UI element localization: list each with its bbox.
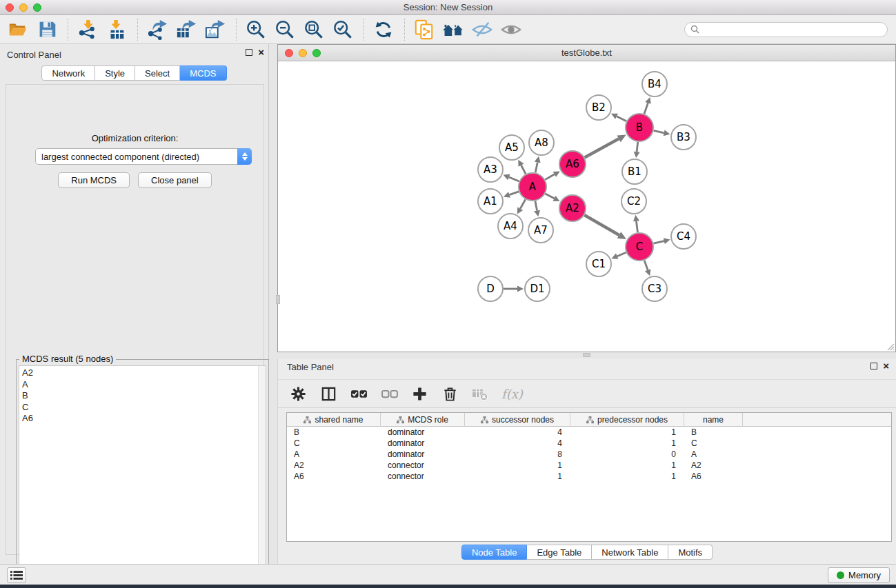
graph-node-A4[interactable]: A4 [498, 214, 523, 239]
apply-function-button[interactable]: f(x) [501, 385, 523, 403]
float-panel-icon[interactable] [246, 49, 252, 56]
graph-node-A[interactable]: A [519, 173, 546, 201]
table-row[interactable]: Adominator80A [287, 449, 891, 460]
graph-edge-A6-B[interactable] [585, 139, 619, 157]
tab-network-table[interactable]: Network Table [592, 545, 668, 560]
network-window-titlebar[interactable]: testGlobe.txt [278, 45, 895, 61]
table-cell[interactable]: B [684, 427, 743, 438]
column-header-shared-name[interactable]: shared name [287, 413, 381, 427]
save-session-button[interactable] [34, 17, 59, 42]
graph-edge-B-B1[interactable] [637, 142, 638, 152]
table-cell[interactable]: 4 [465, 438, 570, 449]
table-cell[interactable]: 1 [570, 438, 684, 449]
export-image-button[interactable] [203, 17, 228, 42]
column-header-successor-nodes[interactable]: successor nodes [465, 413, 570, 427]
select-all-button[interactable] [350, 385, 368, 403]
network-close-button[interactable] [285, 49, 293, 57]
graph-edge-B-B2[interactable] [617, 116, 626, 121]
table-cell[interactable]: dominator [381, 438, 465, 449]
table-cell[interactable]: 1 [570, 471, 684, 482]
close-window-button[interactable] [6, 3, 14, 12]
graph-node-B[interactable]: B [626, 114, 653, 141]
table-cell[interactable]: dominator [381, 449, 465, 460]
graph-edge-C-C3[interactable] [644, 261, 648, 270]
column-header-predecessor-nodes[interactable]: predecessor nodes [570, 413, 684, 427]
result-item[interactable]: A2 [22, 367, 266, 379]
tab-motifs[interactable]: Motifs [668, 545, 713, 560]
result-item[interactable]: A6 [22, 413, 266, 425]
graph-node-C1[interactable]: C1 [586, 252, 611, 276]
table-cell[interactable]: 1 [465, 460, 570, 471]
criterion-dropdown[interactable]: largest connected component (directed) [35, 148, 252, 165]
table-cell[interactable]: A6 [287, 471, 381, 482]
home-button[interactable] [441, 17, 466, 42]
network-document-button[interactable] [412, 17, 437, 42]
table-row[interactable]: Cdominator41C [287, 438, 891, 449]
table-cell[interactable]: dominator [381, 427, 465, 438]
memory-button[interactable]: Memory [828, 567, 890, 583]
graph-node-A2[interactable]: A2 [559, 195, 586, 221]
graph-node-A1[interactable]: A1 [478, 189, 503, 214]
graph-node-C2[interactable]: C2 [621, 189, 646, 214]
add-column-button[interactable] [410, 385, 428, 403]
close-panel-button[interactable]: Close panel [138, 172, 212, 188]
table-cell[interactable]: A6 [684, 471, 743, 482]
export-table-button[interactable] [174, 17, 199, 42]
graph-edge-A-A2[interactable] [546, 194, 555, 199]
zoom-fit-button[interactable] [301, 17, 326, 42]
task-history-button[interactable] [7, 567, 26, 583]
graph-node-C3[interactable]: C3 [642, 276, 667, 301]
graph-node-A3[interactable]: A3 [478, 157, 503, 182]
tab-select[interactable]: Select [135, 65, 180, 81]
import-table-button[interactable] [104, 17, 129, 42]
graph-edge-A-A3[interactable] [509, 177, 519, 181]
network-zoom-button[interactable] [312, 49, 321, 57]
result-item[interactable]: C [22, 402, 266, 414]
result-scrollbar[interactable] [258, 366, 266, 588]
result-item[interactable]: B [22, 390, 266, 402]
zoom-in-button[interactable] [243, 17, 268, 42]
graph-edge-A-A6[interactable] [545, 174, 555, 180]
show-view-button[interactable] [499, 17, 524, 42]
table-cell[interactable]: C [684, 438, 743, 449]
table-cell[interactable]: A [684, 449, 743, 460]
float-table-panel-icon[interactable] [870, 363, 877, 369]
zoom-window-button[interactable] [33, 3, 41, 12]
open-session-button[interactable] [6, 17, 30, 42]
table-row[interactable]: Bdominator41B [287, 427, 891, 438]
table-cell[interactable]: 4 [465, 427, 570, 438]
tab-node-table[interactable]: Node Table [461, 545, 528, 560]
result-item[interactable]: A [22, 379, 266, 391]
graph-edge-B-B3[interactable] [654, 130, 664, 132]
table-settings-button[interactable] [289, 385, 307, 403]
graph-node-A8[interactable]: A8 [529, 130, 554, 155]
vertical-splitter-handle[interactable] [276, 295, 280, 304]
table-cell[interactable]: 1 [570, 460, 684, 471]
graph-edge-A-A7[interactable] [535, 201, 537, 211]
run-mcds-button[interactable]: Run MCDS [58, 172, 130, 188]
search-input[interactable] [703, 25, 882, 34]
table-cell[interactable]: connector [381, 460, 465, 471]
graph-edge-C-C4[interactable] [653, 241, 664, 244]
network-graph[interactable]: AA1A2A3A4A5A6A7A8BB1B2B3B4CC1C2C3C4DD1 [278, 61, 895, 352]
network-canvas[interactable]: AA1A2A3A4A5A6A7A8BB1B2B3B4CC1C2C3C4DD1 [278, 61, 895, 352]
table-cell[interactable]: connector [381, 471, 465, 482]
table-cell[interactable]: 1 [465, 471, 570, 482]
table-cell[interactable]: A2 [287, 460, 381, 471]
search-field[interactable] [684, 22, 888, 37]
graph-node-D[interactable]: D [478, 276, 503, 301]
graph-edge-A-A8[interactable] [535, 162, 537, 172]
table-cell[interactable]: 8 [465, 449, 570, 460]
graph-node-A7[interactable]: A7 [528, 218, 553, 243]
graph-edge-B-B4[interactable] [644, 103, 648, 114]
zoom-selected-button[interactable] [330, 17, 355, 42]
table-cell[interactable]: B [287, 427, 381, 438]
table-cell[interactable]: C [287, 438, 381, 449]
graph-node-B1[interactable]: B1 [622, 159, 647, 184]
tab-mcds[interactable]: MCDS [180, 65, 226, 81]
tab-style[interactable]: Style [95, 65, 135, 81]
resize-grip-icon[interactable] [886, 343, 895, 351]
graph-node-B3[interactable]: B3 [671, 125, 696, 150]
graph-node-C[interactable]: C [626, 233, 653, 261]
zoom-out-button[interactable] [272, 17, 297, 42]
